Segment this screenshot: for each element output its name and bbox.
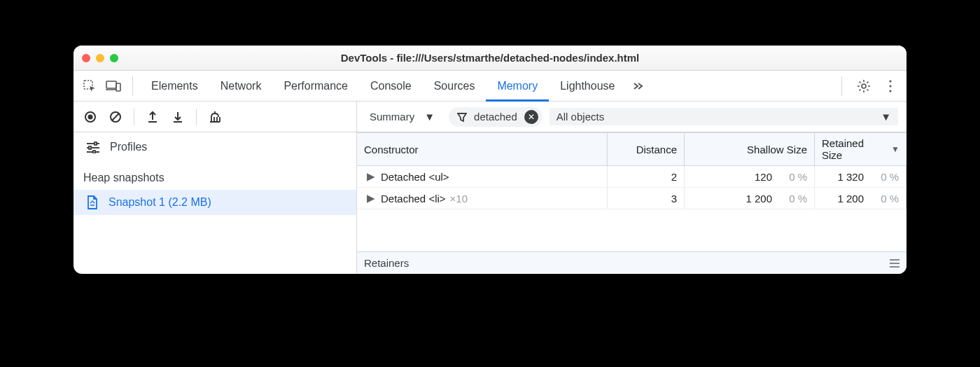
chevron-down-icon: ▼ xyxy=(881,111,891,123)
header-retained[interactable]: Retained Size ▼ xyxy=(815,133,906,165)
chevron-down-icon: ▼ xyxy=(424,111,435,123)
shallow-pct: 0 % xyxy=(780,193,807,205)
header-constructor[interactable]: Constructor xyxy=(357,133,608,165)
shallow-value: 120 xyxy=(730,171,772,183)
tab-console[interactable]: Console xyxy=(359,71,423,102)
device-toolbar-icon[interactable] xyxy=(102,74,125,98)
divider xyxy=(841,76,842,96)
snapshot-label: Snapshot 1 (2.2 MB) xyxy=(108,196,211,209)
tab-elements[interactable]: Elements xyxy=(140,71,209,102)
inspect-element-icon[interactable] xyxy=(78,74,102,98)
heap-table: Constructor Distance Shallow Size Retain… xyxy=(357,132,906,274)
svg-point-8 xyxy=(88,114,93,119)
kebab-menu-icon[interactable] xyxy=(878,74,902,98)
clear-icon[interactable] xyxy=(104,106,127,128)
tab-sources[interactable]: Sources xyxy=(423,71,486,102)
table-row[interactable]: ▶ Detached <ul> 2 1200 % 1 3200 % xyxy=(357,166,906,188)
filter-text: detached xyxy=(474,111,517,123)
expand-icon[interactable]: ▶ xyxy=(367,170,375,183)
clear-filter-icon[interactable]: ✕ xyxy=(524,110,538,124)
constructor-name: Detached <li> xyxy=(381,193,446,205)
heap-snapshots-section: Heap snapshots xyxy=(74,162,356,190)
window-title: DevTools - file:///Users/stmarthe/detach… xyxy=(74,52,906,64)
scope-label: All objects xyxy=(556,111,604,123)
record-icon[interactable] xyxy=(79,106,102,128)
main-pane: Summary ▼ detached ✕ All objects ▼ Const… xyxy=(357,102,906,274)
header-shallow[interactable]: Shallow Size xyxy=(685,133,815,165)
hamburger-icon[interactable] xyxy=(890,259,899,268)
tab-network[interactable]: Network xyxy=(209,71,273,102)
retainers-panel-header[interactable]: Retainers xyxy=(357,251,906,274)
panel-body: Profiles Heap snapshots Snapshot 1 (2.2 … xyxy=(74,102,906,274)
table-empty-area xyxy=(357,209,906,251)
svg-point-5 xyxy=(889,85,891,87)
retained-pct: 0 % xyxy=(872,171,899,183)
save-profile-icon[interactable] xyxy=(167,106,189,128)
divider xyxy=(196,109,197,125)
table-row[interactable]: ▶ Detached <li> ×10 3 1 2000 % 1 2000 % xyxy=(357,188,906,209)
multiplicity: ×10 xyxy=(450,193,468,205)
constructor-name: Detached <ul> xyxy=(381,171,449,183)
close-window-button[interactable] xyxy=(82,54,90,62)
filter-icon xyxy=(457,112,467,122)
divider xyxy=(132,76,133,96)
profiles-header[interactable]: Profiles xyxy=(74,132,356,162)
devtools-window: DevTools - file:///Users/stmarthe/detach… xyxy=(74,46,906,274)
retainers-label: Retainers xyxy=(364,257,409,269)
load-profile-icon[interactable] xyxy=(141,106,164,128)
sort-desc-icon: ▼ xyxy=(891,144,899,154)
tab-memory[interactable]: Memory xyxy=(486,71,549,102)
maximize-window-button[interactable] xyxy=(110,54,118,62)
svg-point-6 xyxy=(889,90,891,92)
retained-pct: 0 % xyxy=(872,193,899,205)
more-tabs-button[interactable] xyxy=(626,81,648,91)
memory-toolbar xyxy=(74,102,356,132)
sidebar: Profiles Heap snapshots Snapshot 1 (2.2 … xyxy=(74,102,357,274)
expand-icon[interactable]: ▶ xyxy=(367,192,375,205)
svg-point-4 xyxy=(889,80,891,82)
collect-garbage-icon[interactable] xyxy=(204,106,226,128)
retained-value: 1 320 xyxy=(822,171,864,183)
svg-point-3 xyxy=(862,84,866,88)
tab-lighthouse[interactable]: Lighthouse xyxy=(549,71,626,102)
tab-performance[interactable]: Performance xyxy=(272,71,359,102)
svg-rect-1 xyxy=(106,81,116,88)
snapshot-item[interactable]: Snapshot 1 (2.2 MB) xyxy=(74,190,356,215)
header-distance[interactable]: Distance xyxy=(608,133,685,165)
settings-gear-icon[interactable] xyxy=(852,74,876,98)
retained-value: 1 200 xyxy=(822,193,864,205)
titlebar: DevTools - file:///Users/stmarthe/detach… xyxy=(74,46,906,71)
distance-value: 2 xyxy=(671,171,677,183)
sliders-icon xyxy=(86,141,100,153)
filter-bar: Summary ▼ detached ✕ All objects ▼ xyxy=(357,102,906,132)
shallow-pct: 0 % xyxy=(780,171,807,183)
profiles-label: Profiles xyxy=(110,141,147,153)
panel-tabbar: Elements Network Performance Console Sou… xyxy=(74,71,906,102)
distance-value: 3 xyxy=(671,193,677,205)
scope-dropdown[interactable]: All objects ▼ xyxy=(550,108,898,125)
minimize-window-button[interactable] xyxy=(96,54,104,62)
snapshot-file-icon xyxy=(86,195,99,209)
view-mode-dropdown[interactable]: Summary ▼ xyxy=(363,108,442,125)
filter-chip[interactable]: detached ✕ xyxy=(449,107,542,127)
shallow-value: 1 200 xyxy=(730,193,772,205)
divider xyxy=(134,109,134,125)
view-mode-label: Summary xyxy=(370,111,414,123)
traffic-lights xyxy=(82,54,118,62)
table-header-row: Constructor Distance Shallow Size Retain… xyxy=(357,132,906,166)
